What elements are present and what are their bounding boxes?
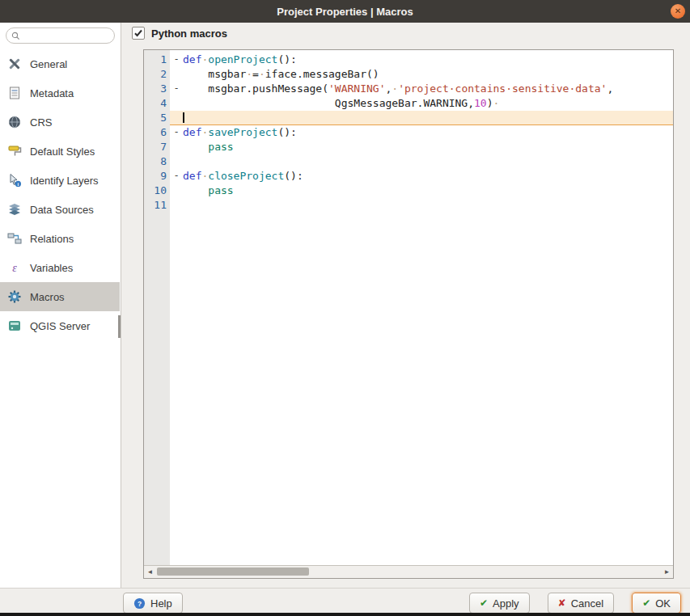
code-text[interactable]: def·closeProject(): (183, 169, 673, 184)
editor-line-8[interactable]: 8 (144, 154, 673, 169)
line-number: 9 (144, 169, 170, 184)
general-icon (6, 56, 23, 72)
default-styles-icon (6, 143, 23, 159)
code-editor[interactable]: 1-def·openProject():2 msgbar·=·iface.mes… (143, 49, 674, 579)
relations-icon (6, 230, 23, 247)
sidebar-item-crs[interactable]: CRS (0, 108, 120, 137)
fold-margin (170, 184, 183, 198)
help-icon: ? (133, 597, 146, 610)
line-number: 5 (144, 111, 170, 125)
code-text[interactable] (183, 198, 673, 213)
ok-button[interactable]: ✔ OK (632, 593, 681, 614)
line-number: 8 (144, 154, 170, 169)
sidebar-item-label: Data Sources (30, 204, 94, 216)
check-icon: ✔ (480, 598, 488, 608)
sidebar-item-label: General (30, 58, 67, 70)
horizontal-scrollbar[interactable]: ◄ ► (144, 565, 673, 578)
editor-lines: 1-def·openProject():2 msgbar·=·iface.mes… (144, 50, 673, 565)
scroll-thumb[interactable] (157, 567, 309, 576)
code-text[interactable]: msgbar·=·iface.messageBar() (183, 67, 673, 82)
code-text[interactable]: def·openProject(): (183, 53, 673, 67)
fold-marker-icon[interactable]: - (170, 53, 183, 67)
line-number: 1 (144, 53, 170, 67)
fold-marker-icon[interactable]: - (170, 169, 183, 184)
python-macros-label: Python macros (151, 27, 227, 40)
line-number: 2 (144, 67, 170, 82)
python-macros-row: Python macros (132, 27, 227, 40)
editor-line-3[interactable]: 3- msgbar.pushMessage('WARNING',·'projec… (144, 82, 673, 96)
text-cursor (183, 112, 184, 123)
footer-separator (0, 588, 690, 589)
sidebar-item-macros[interactable]: Macros (0, 282, 120, 311)
code-text[interactable] (183, 111, 673, 125)
python-macros-checkbox[interactable] (132, 27, 145, 40)
cancel-button[interactable]: ✘ Cancel (548, 593, 615, 614)
sidebar-item-label: Identify Layers (30, 175, 99, 187)
editor-line-10[interactable]: 10 pass (144, 184, 673, 198)
sidebar-item-identify-layers[interactable]: iIdentify Layers (0, 166, 120, 195)
qgis-server-icon (6, 318, 23, 334)
help-button-label: Help (150, 597, 172, 610)
variables-icon: ε (6, 259, 23, 276)
macros-icon (6, 289, 23, 305)
editor-line-2[interactable]: 2 msgbar·=·iface.messageBar() (144, 67, 673, 82)
sidebar-scrollbar[interactable] (118, 315, 121, 338)
line-number: 3 (144, 82, 170, 96)
code-text[interactable]: pass (183, 140, 673, 154)
close-button[interactable]: ✕ (671, 4, 685, 19)
sidebar-item-qgis-server[interactable]: QGIS Server (0, 311, 120, 340)
line-number: 7 (144, 140, 170, 154)
code-text[interactable]: QgsMessageBar.WARNING,10)· (183, 96, 673, 111)
search-icon (11, 32, 20, 40)
line-number: 4 (144, 96, 170, 111)
sidebar-item-label: Macros (30, 291, 65, 303)
sidebar-item-default-styles[interactable]: Default Styles (0, 137, 120, 166)
crs-icon (6, 114, 23, 130)
identify-layers-icon: i (6, 172, 23, 188)
check-icon: ✔ (642, 598, 650, 608)
code-text[interactable]: msgbar.pushMessage('WARNING',·'project·c… (183, 82, 673, 96)
apply-button[interactable]: ✔ Apply (469, 593, 530, 614)
help-button[interactable]: ? Help (123, 593, 183, 614)
data-sources-icon (6, 201, 23, 217)
editor-line-5[interactable]: 5 (144, 111, 673, 125)
search-box[interactable] (6, 27, 115, 44)
editor-line-9[interactable]: 9-def·closeProject(): (144, 169, 673, 184)
scroll-track[interactable] (156, 566, 661, 578)
window-title: Project Properties | Macros (277, 6, 413, 18)
editor-line-6[interactable]: 6-def·saveProject(): (144, 125, 673, 140)
scroll-right-arrow-icon[interactable]: ► (661, 566, 673, 578)
editor-line-7[interactable]: 7 pass (144, 140, 673, 154)
code-text[interactable]: def·saveProject(): (183, 125, 673, 140)
sidebar: GeneralMetadataCRSDefault StylesiIdentif… (0, 23, 121, 588)
sidebar-item-general[interactable]: General (0, 49, 120, 78)
search-input[interactable] (23, 29, 111, 42)
fold-marker-icon[interactable]: - (170, 125, 183, 140)
sidebar-item-data-sources[interactable]: Data Sources (0, 195, 120, 224)
sidebar-list: GeneralMetadataCRSDefault StylesiIdentif… (0, 49, 120, 340)
editor-line-11[interactable]: 11 (144, 198, 673, 213)
code-text[interactable] (183, 154, 673, 169)
fold-margin (170, 111, 183, 125)
code-text[interactable]: pass (183, 184, 673, 198)
scroll-left-arrow-icon[interactable]: ◄ (144, 566, 156, 578)
line-number: 10 (144, 184, 170, 198)
sidebar-item-label: Variables (30, 262, 73, 274)
editor-line-4[interactable]: 4 QgsMessageBar.WARNING,10)· (144, 96, 673, 111)
footer-buttons: ✔ Apply ✘ Cancel ✔ OK (469, 593, 681, 614)
sidebar-item-label: Default Styles (30, 146, 95, 158)
fold-margin (170, 67, 183, 82)
cancel-button-label: Cancel (571, 597, 603, 610)
close-icon: ✕ (675, 7, 681, 15)
sidebar-item-label: QGIS Server (30, 320, 90, 332)
apply-button-label: Apply (493, 597, 519, 610)
sidebar-item-variables[interactable]: εVariables (0, 253, 120, 282)
fold-margin (170, 96, 183, 111)
sidebar-item-relations[interactable]: Relations (0, 224, 120, 253)
editor-line-1[interactable]: 1-def·openProject(): (144, 53, 673, 67)
fold-marker-icon[interactable]: - (170, 82, 183, 96)
sidebar-item-metadata[interactable]: Metadata (0, 78, 120, 108)
sidebar-item-label: CRS (30, 116, 52, 129)
titlebar[interactable]: Project Properties | Macros ✕ (0, 0, 690, 23)
sidebar-item-label: Relations (30, 233, 74, 245)
